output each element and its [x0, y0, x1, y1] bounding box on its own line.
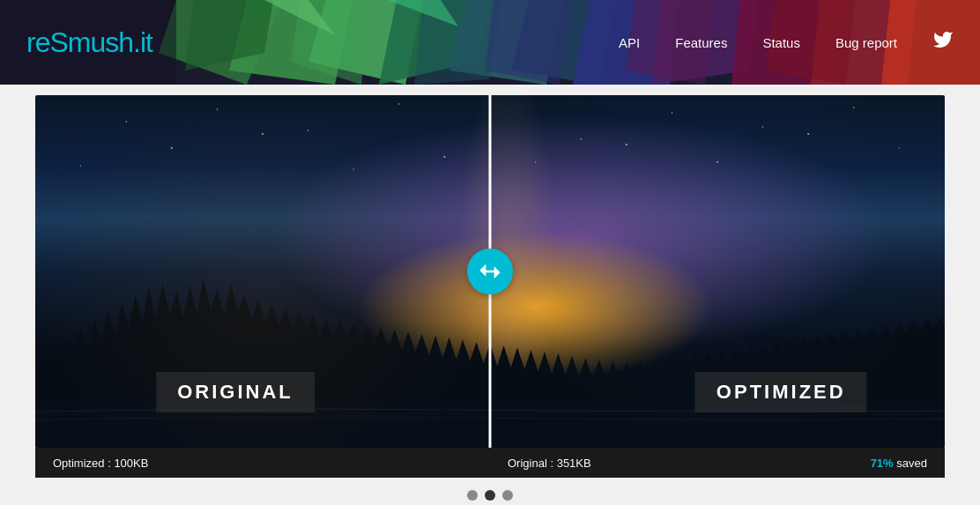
twitter-icon[interactable] — [932, 29, 954, 56]
comparison-handle[interactable] — [467, 249, 513, 294]
main-nav: API Features Status Bug report — [619, 29, 954, 56]
nav-api[interactable]: API — [619, 35, 640, 50]
saved-percent: 71% — [871, 457, 894, 470]
swap-horizontal-icon — [478, 259, 502, 284]
stat-original: Original : 351KB — [508, 457, 591, 470]
logo-smush: Smush — [49, 26, 133, 58]
logo-re: re — [26, 26, 49, 58]
original-label: ORIGINAL — [156, 372, 315, 412]
saved-label: saved — [896, 457, 927, 470]
stat-saved: 71% saved — [871, 457, 927, 470]
optimized-label-text: Optimized : — [53, 457, 111, 470]
original-label-text: Original : — [508, 457, 553, 470]
dot-3[interactable] — [502, 490, 513, 501]
logo-dot-it: .it — [133, 26, 152, 58]
dot-1[interactable] — [467, 490, 478, 501]
nav-bug-report[interactable]: Bug report — [835, 35, 897, 50]
optimized-value: 100KB — [114, 457, 148, 470]
nav-features[interactable]: Features — [675, 35, 727, 50]
nav-status[interactable]: Status — [762, 35, 800, 50]
site-logo[interactable]: reSmush.it — [26, 26, 152, 59]
header-content: reSmush.it API Features Status Bug repor… — [26, 26, 954, 59]
original-value: 351KB — [557, 457, 591, 470]
site-header: reSmush.it API Features Status Bug repor… — [0, 0, 980, 85]
dots-indicator — [35, 478, 945, 505]
main-content: ORIGINAL OPTIMIZED Optimized : 100KB Ori… — [0, 85, 980, 505]
stats-bar: Optimized : 100KB Original : 351KB 71% s… — [35, 448, 945, 478]
comparison-inner: ORIGINAL OPTIMIZED — [35, 95, 945, 448]
stat-optimized: Optimized : 100KB — [53, 457, 148, 470]
image-comparison[interactable]: ORIGINAL OPTIMIZED — [35, 95, 945, 448]
dot-2[interactable] — [485, 490, 495, 501]
optimized-label: OPTIMIZED — [695, 372, 867, 412]
